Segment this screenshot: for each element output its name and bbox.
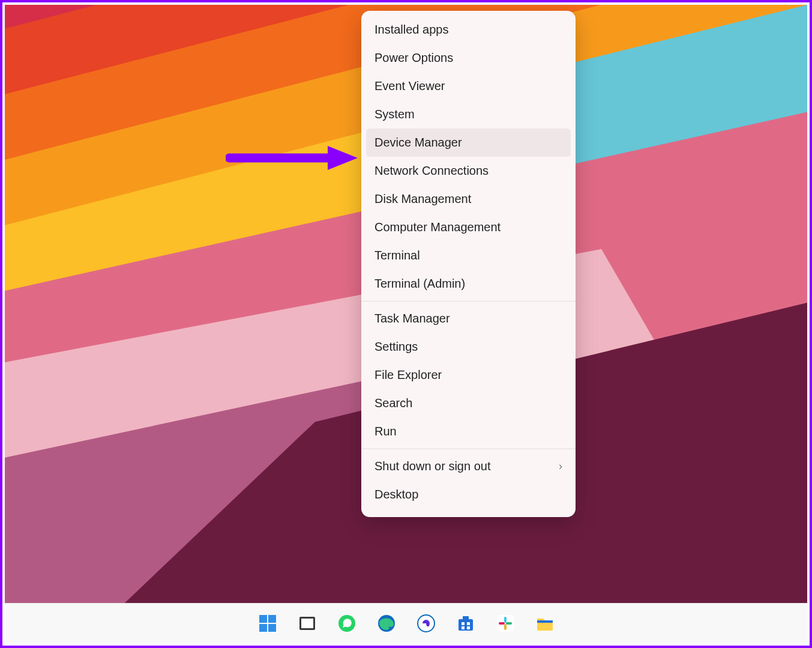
menu-item-system[interactable]: System [361, 100, 576, 129]
menu-item-desktop[interactable]: Desktop [361, 480, 576, 509]
taskbar [5, 603, 807, 643]
svg-rect-24 [462, 622, 465, 625]
menu-item-label: System [374, 107, 415, 121]
menu-item-disk-management[interactable]: Disk Management [361, 185, 576, 213]
menu-item-label: Installed apps [374, 23, 448, 37]
winx-context-menu: Installed apps Power Options Event Viewe… [361, 11, 576, 517]
svg-rect-14 [268, 615, 276, 623]
menu-item-computer-management[interactable]: Computer Management [361, 213, 576, 241]
svg-rect-18 [301, 619, 313, 628]
whatsapp-icon[interactable] [335, 612, 358, 635]
menu-item-label: Run [374, 425, 397, 438]
menu-item-task-manager[interactable]: Task Manager [361, 304, 576, 333]
menu-item-label: Power Options [374, 51, 453, 65]
menu-separator [361, 449, 576, 449]
menu-item-label: Shut down or sign out [374, 459, 490, 473]
menu-item-power-options[interactable]: Power Options [361, 44, 576, 72]
file-explorer-icon[interactable] [534, 612, 556, 635]
menu-item-installed-apps[interactable]: Installed apps [361, 16, 576, 44]
task-view-button[interactable] [296, 612, 319, 635]
svg-rect-25 [467, 622, 470, 625]
menu-separator [361, 301, 576, 301]
menu-item-event-viewer[interactable]: Event Viewer [361, 72, 576, 100]
menu-item-label: Task Manager [374, 312, 450, 326]
svg-rect-13 [259, 615, 267, 623]
svg-rect-22 [459, 619, 473, 631]
menu-item-label: File Explorer [374, 368, 442, 382]
menu-item-label: Settings [374, 340, 418, 354]
svg-rect-30 [506, 622, 512, 625]
start-button[interactable] [256, 612, 279, 635]
svg-rect-27 [467, 626, 470, 629]
menu-item-label: Desktop [374, 488, 418, 501]
svg-rect-33 [537, 620, 553, 623]
app-icon[interactable] [415, 612, 438, 635]
menu-item-terminal[interactable]: Terminal [361, 241, 576, 270]
menu-item-label: Search [374, 396, 412, 410]
svg-rect-31 [504, 624, 507, 630]
menu-item-label: Network Connections [374, 164, 489, 178]
menu-item-label: Terminal [374, 249, 420, 262]
menu-item-shut-down-or-sign-out[interactable]: Shut down or sign out › [361, 452, 576, 480]
microsoft-store-icon[interactable] [454, 612, 477, 635]
menu-item-settings[interactable]: Settings [361, 333, 576, 361]
svg-rect-26 [462, 626, 465, 629]
svg-rect-15 [259, 624, 267, 632]
menu-item-label: Event Viewer [374, 79, 445, 93]
menu-item-label: Disk Management [374, 192, 471, 206]
menu-item-search[interactable]: Search [361, 389, 576, 417]
edge-icon[interactable] [375, 612, 398, 635]
menu-item-run[interactable]: Run [361, 417, 576, 446]
menu-item-label: Computer Management [374, 220, 501, 234]
svg-rect-23 [463, 616, 469, 620]
slack-icon[interactable] [494, 612, 517, 635]
menu-item-device-manager[interactable]: Device Manager [366, 129, 571, 157]
svg-rect-29 [504, 617, 507, 623]
svg-rect-32 [499, 622, 505, 625]
menu-item-label: Device Manager [374, 136, 462, 150]
menu-item-terminal-admin[interactable]: Terminal (Admin) [361, 270, 576, 298]
menu-item-network-connections[interactable]: Network Connections [361, 157, 576, 185]
menu-item-label: Terminal (Admin) [374, 277, 465, 291]
svg-rect-16 [268, 624, 276, 632]
menu-item-file-explorer[interactable]: File Explorer [361, 361, 576, 389]
screenshot-frame: Installed apps Power Options Event Viewe… [0, 0, 812, 648]
chevron-right-icon: › [559, 460, 562, 473]
